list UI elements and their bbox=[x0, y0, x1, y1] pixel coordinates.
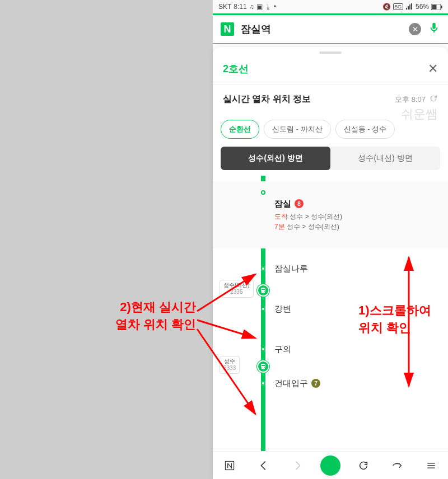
battery-text: 56% bbox=[416, 3, 429, 11]
drag-handle[interactable] bbox=[319, 51, 342, 54]
nav-back-button[interactable] bbox=[253, 454, 275, 477]
branch-chips: 순환선 신도림 - 까치산 신설동 - 성수 bbox=[213, 107, 448, 147]
branch-chip[interactable]: 순환선 bbox=[221, 120, 259, 139]
station-name: 구의 bbox=[274, 344, 291, 355]
direction-tab[interactable]: 성수(내선) 방면 bbox=[330, 147, 440, 170]
naver-n-icon bbox=[224, 460, 235, 471]
music-icon: ♫ bbox=[249, 3, 254, 11]
station-row[interactable]: 잠실 8 도착 성수 > 성수(외선) 7분 성수 > 성수(외선) bbox=[213, 181, 448, 248]
status-time: 8:11 bbox=[234, 3, 246, 11]
share-icon bbox=[391, 459, 403, 472]
search-header: N 잠실역 ✕ bbox=[213, 13, 448, 44]
refresh-icon bbox=[429, 94, 438, 103]
line-badge: 7 bbox=[311, 379, 320, 388]
arrow-left-icon bbox=[258, 459, 270, 472]
station-row[interactable]: 구의 bbox=[213, 329, 448, 369]
station-row[interactable]: 강변 bbox=[213, 289, 448, 329]
annotation-left: 2)현재 실시간 열차 위치 확인 bbox=[50, 299, 196, 334]
network-badge: 5G bbox=[393, 3, 403, 10]
station-dot bbox=[261, 307, 265, 311]
battery-icon bbox=[431, 4, 442, 10]
station-name: 잠실나루 bbox=[274, 264, 308, 274]
refresh-button[interactable] bbox=[429, 94, 438, 105]
realtime-sheet: 2호선 ✕ 실시간 열차 위치 정보 오후 8:07 쉬운쌤 순환선 신도림 -… bbox=[213, 47, 448, 479]
close-icon: ✕ bbox=[428, 62, 438, 76]
close-sheet-button[interactable]: ✕ bbox=[428, 62, 438, 76]
station-row[interactable]: 건대입구 7 bbox=[213, 369, 448, 397]
station-name: 잠실 bbox=[274, 199, 291, 209]
voice-search-button[interactable] bbox=[428, 22, 440, 36]
nav-refresh-button[interactable] bbox=[352, 454, 375, 477]
nav-home-button[interactable] bbox=[320, 455, 340, 476]
status-bar: SKT 8:11 ♫ ▣ ⭳ • 🔇 5G 56% bbox=[213, 0, 448, 13]
nav-naver-button[interactable] bbox=[218, 454, 241, 477]
branch-chip[interactable]: 신설동 - 성수 bbox=[335, 120, 395, 139]
status-carrier: SKT bbox=[218, 3, 231, 11]
bottom-nav bbox=[213, 451, 448, 479]
image-icon: ▣ bbox=[256, 3, 263, 11]
phone-frame: SKT 8:11 ♫ ▣ ⭳ • 🔇 5G 56% N 잠실역 ✕ bbox=[213, 0, 448, 479]
station-dot bbox=[261, 347, 265, 351]
line-diagram[interactable]: 성수(외선) 2337 성수(외선) 2335 성수 2333 bbox=[213, 176, 448, 451]
nav-forward-button[interactable] bbox=[286, 454, 309, 477]
update-time: 오후 8:07 bbox=[395, 95, 426, 105]
svg-rect-1 bbox=[432, 4, 437, 9]
station-dot bbox=[261, 190, 265, 195]
realtime-info-row: 실시간 열차 위치 정보 오후 8:07 쉬운쌤 bbox=[213, 84, 448, 107]
line-badge: 8 bbox=[295, 199, 304, 208]
realtime-title: 실시간 열차 위치 정보 bbox=[223, 93, 311, 105]
dot-icon: • bbox=[274, 3, 276, 11]
direction-tab[interactable]: 성수(외선) 방면 bbox=[221, 147, 330, 170]
download-icon: ⭳ bbox=[265, 3, 272, 11]
arrow-right-icon bbox=[291, 459, 304, 472]
station-name: 건대입구 bbox=[274, 378, 308, 389]
mic-icon bbox=[428, 22, 440, 34]
refresh-icon bbox=[357, 459, 370, 472]
branch-chip[interactable]: 신도림 - 까치산 bbox=[264, 120, 331, 139]
direction-tabs: 성수(외선) 방면 성수(내선) 방면 bbox=[221, 147, 440, 170]
close-icon: ✕ bbox=[412, 25, 418, 34]
station-dot bbox=[261, 266, 265, 271]
station-row[interactable]: 잠실나루 bbox=[213, 248, 448, 289]
signal-icon bbox=[405, 3, 413, 10]
nav-share-button[interactable] bbox=[386, 454, 408, 477]
search-query[interactable]: 잠실역 bbox=[241, 22, 402, 36]
line-name: 2호선 bbox=[223, 62, 249, 76]
nav-menu-button[interactable] bbox=[420, 454, 442, 477]
station-dot bbox=[261, 381, 265, 386]
arrival-info: 도착 성수 > 성수(외선) 7분 성수 > 성수(외선) bbox=[274, 212, 448, 232]
menu-icon bbox=[426, 460, 437, 471]
mute-icon: 🔇 bbox=[382, 3, 391, 11]
clear-search-button[interactable]: ✕ bbox=[409, 23, 421, 35]
naver-logo[interactable]: N bbox=[221, 22, 234, 36]
station-name: 강변 bbox=[274, 304, 291, 314]
svg-rect-2 bbox=[441, 6, 442, 8]
